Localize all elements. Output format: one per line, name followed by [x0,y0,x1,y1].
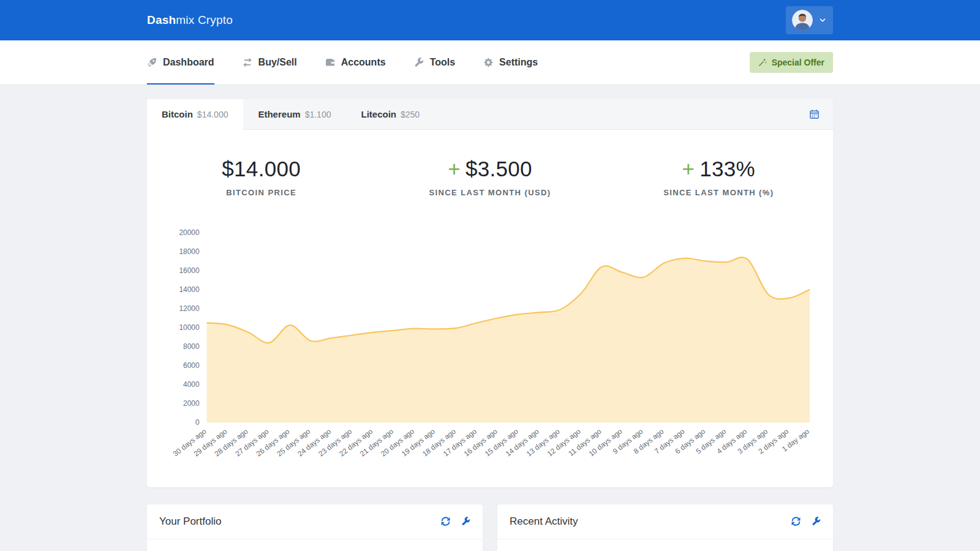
stat-2: +133%SINCE LAST MONTH (%) [605,157,833,197]
svg-text:16000: 16000 [179,266,200,275]
ticker-tabs: Bitcoin$14.000Ethereum$1.100Litecoin$250 [147,99,435,130]
wrench-icon [812,517,821,526]
nav-item-label: Tools [430,57,455,68]
panel-title: Recent Activity [510,515,578,528]
y-axis-labels: 0200040006000800010000120001400016000180… [179,228,200,427]
stat-value: +$3.500 [375,157,604,181]
chart-container: 0200040006000800010000120001400016000180… [147,220,833,487]
magic-wand-icon [758,58,767,67]
main-content: Bitcoin$14.000Ethereum$1.100Litecoin$250… [147,99,833,551]
nav-item-label: Dashboard [163,57,214,68]
special-offer-button[interactable]: Special Offer [750,52,833,73]
refresh-icon [441,517,450,526]
ticker-tab-litecoin[interactable]: Litecoin$250 [346,99,435,130]
ticker-price: $250 [401,110,420,119]
nav-item-accounts[interactable]: Accounts [325,40,386,84]
activity-settings-button[interactable] [812,517,821,526]
ticker-price: $1.100 [305,110,331,119]
calendar-button[interactable] [807,107,822,122]
nav-item-label: Settings [499,57,538,68]
stat-label: BITCOIN PRICE [147,188,375,197]
user-menu-button[interactable] [786,6,833,34]
svg-text:12000: 12000 [179,304,200,313]
panel-1: Recent Activity [497,504,833,551]
nav-items: DashboardBuy/SellAccountsToolsSettings [147,40,566,84]
avatar [792,10,813,31]
stat-number: $14.000 [222,157,301,181]
brand-rest-text: mix Crypto [176,13,233,26]
svg-text:0: 0 [195,418,200,427]
ticker-tab-ethereum[interactable]: Ethereum$1.100 [243,99,346,130]
stat-plus-sign: + [448,157,461,181]
svg-text:4000: 4000 [183,380,200,389]
brand-logo[interactable]: Dashmix Crypto [147,13,233,27]
panel-0: Your Portfolio [147,504,483,551]
crypto-overview-card: Bitcoin$14.000Ethereum$1.100Litecoin$250… [147,99,833,487]
ticker-name: Bitcoin [162,109,193,119]
brand-bold-text: Dash [147,13,176,26]
stat-0: $14.000BITCOIN PRICE [147,157,375,197]
nav-item-dashboard[interactable]: Dashboard [147,40,214,84]
stat-value: $14.000 [147,157,375,181]
exchange-icon [243,58,252,67]
ticker-tab-bar: Bitcoin$14.000Ethereum$1.100Litecoin$250 [147,99,833,130]
gear-icon [483,58,493,67]
ticker-tab-bitcoin[interactable]: Bitcoin$14.000 [147,99,243,130]
panel-title: Your Portfolio [159,515,221,528]
portfolio-settings-button[interactable] [461,517,470,526]
stat-plus-sign: + [682,157,695,181]
ticker-name: Litecoin [361,109,396,119]
special-offer-label: Special Offer [772,58,824,67]
main-nav: DashboardBuy/SellAccountsToolsSettings S… [0,40,980,84]
nav-item-tools[interactable]: Tools [414,40,455,84]
stat-value: +133% [605,157,833,181]
panel-actions [791,517,821,526]
svg-text:2000: 2000 [183,399,200,408]
svg-text:20000: 20000 [179,228,200,237]
stats-row: $14.000BITCOIN PRICE+$3.500SINCE LAST MO… [147,130,833,220]
wrench-icon [461,517,470,526]
stat-1: +$3.500SINCE LAST MONTH (USD) [375,157,604,197]
nav-item-buy-sell[interactable]: Buy/Sell [243,40,297,84]
bottom-panels: Your PortfolioRecent Activity [147,504,833,551]
stat-label: SINCE LAST MONTH (USD) [375,188,604,197]
svg-text:8000: 8000 [183,342,200,351]
wrench-icon [414,58,424,67]
chart-area-fill [207,257,810,422]
panel-header: Your Portfolio [147,504,483,539]
ticker-price: $14.000 [197,110,228,119]
svg-text:10000: 10000 [179,323,200,332]
bitcoin-price-chart: 0200040006000800010000120001400016000180… [158,224,822,479]
chevron-down-icon [818,16,827,24]
svg-text:14000: 14000 [179,285,200,294]
nav-item-settings[interactable]: Settings [483,40,538,84]
rocket-icon [147,58,157,67]
tab-bar-spacer [435,99,833,130]
panel-actions [441,517,470,526]
nav-item-label: Accounts [341,57,386,68]
wallet-icon [325,58,335,67]
svg-text:6000: 6000 [183,361,200,370]
calendar-icon [809,109,820,119]
svg-text:18000: 18000 [179,247,200,256]
ticker-name: Ethereum [258,109,300,119]
nav-item-label: Buy/Sell [258,57,297,68]
stat-number: 133% [699,157,755,181]
portfolio-refresh-button[interactable] [441,517,450,526]
top-header: Dashmix Crypto [0,0,980,40]
refresh-icon [791,517,801,526]
stat-number: $3.500 [466,157,532,181]
x-axis-labels: 30 days ago29 days ago28 days ago27 days… [172,427,812,458]
panel-header: Recent Activity [497,504,833,539]
activity-refresh-button[interactable] [791,517,801,526]
stat-label: SINCE LAST MONTH (%) [605,188,833,197]
